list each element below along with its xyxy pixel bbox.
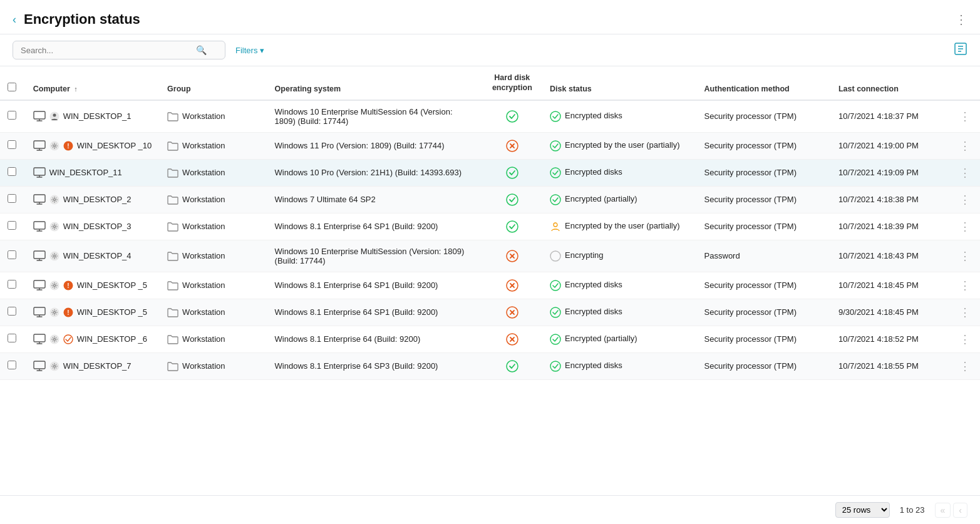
folder-icon (167, 195, 178, 205)
row-checkbox-cell (0, 272, 26, 299)
svg-point-64 (49, 307, 59, 317)
computer-name: WIN_DESKTOP _10 (77, 141, 152, 150)
row-checkbox[interactable] (8, 361, 16, 369)
row-menu-button[interactable]: ⋮ (959, 279, 971, 292)
group-name: Workstation (182, 251, 225, 260)
computer-name: WIN_DESKTOP _5 (77, 280, 147, 290)
row-menu-button[interactable]: ⋮ (959, 220, 971, 233)
row-checkbox-cell (0, 240, 26, 272)
row-checkbox[interactable] (8, 307, 16, 316)
computer-name: WIN_DESKTOP _6 (77, 334, 147, 344)
os-cell: Windows 8.1 Enterprise 64 SP1 (Build: 92… (267, 272, 482, 299)
svg-rect-61 (34, 307, 45, 315)
row-checkbox[interactable] (8, 111, 16, 120)
row-menu-button[interactable]: ⋮ (959, 110, 971, 123)
prev-page-button[interactable]: ‹ (953, 503, 967, 518)
col-header-os[interactable]: Operating system (267, 66, 482, 100)
svg-rect-50 (34, 280, 45, 288)
row-actions-cell: ⋮ (952, 352, 980, 379)
search-input[interactable] (21, 46, 196, 55)
group-name: Workstation (182, 168, 225, 177)
group-cell: Workstation (160, 299, 267, 326)
svg-point-75 (49, 334, 59, 344)
table-row: ! WIN_DESKTOP _5 Workstation Windows 8.1… (0, 272, 980, 299)
os-text: Windows 10 Pro (Version: 21H1) (Build: 1… (275, 168, 462, 177)
row-checkbox[interactable] (8, 221, 16, 230)
col-header-last-conn[interactable]: Last connection (831, 66, 952, 100)
disk-status-text: Encrypted disks (565, 167, 622, 177)
auth-text: Password (704, 251, 740, 260)
group-cell: Workstation (160, 272, 267, 299)
last-conn-cell: 10/7/2021 4:19:09 PM (831, 159, 952, 186)
os-cell: Windows 8.1 Enterprise 64 (Build: 9200) (267, 326, 482, 352)
row-actions-cell: ⋮ (952, 186, 980, 213)
select-all-checkbox[interactable] (8, 83, 16, 91)
row-actions-cell: ⋮ (952, 272, 980, 299)
computer-name: WIN_DESKTOP_4 (63, 251, 132, 260)
filters-button[interactable]: Filters ▾ (235, 46, 264, 55)
row-checkbox[interactable] (8, 280, 16, 289)
row-menu-button[interactable]: ⋮ (959, 250, 971, 262)
auth-text: Security processor (TPM) (704, 111, 797, 121)
group-cell: Workstation (160, 100, 267, 133)
svg-point-32 (507, 194, 518, 205)
row-checkbox[interactable] (8, 140, 16, 149)
col-header-group[interactable]: Group (160, 66, 267, 100)
table-row: WIN_DESKTOP_4 Workstation Windows 10 Ent… (0, 240, 980, 272)
col-header-hde[interactable]: Hard diskencryption (482, 66, 542, 100)
export-button[interactable] (954, 42, 967, 59)
os-cell: Windows 8.1 Enterprise 64 SP1 (Build: 92… (267, 213, 482, 240)
svg-point-10 (550, 111, 560, 121)
rows-select-dropdown[interactable]: 25 rows 10 rows 50 rows 100 rows (835, 502, 890, 518)
hde-cell (482, 213, 542, 240)
row-menu-button[interactable]: ⋮ (959, 193, 971, 206)
first-page-button[interactable]: « (935, 503, 951, 518)
row-actions-cell: ⋮ (952, 299, 980, 326)
header: ‹ Encryption status ⋮ (0, 0, 980, 34)
group-name: Workstation (182, 307, 225, 317)
col-header-disk-status[interactable]: Disk status (542, 66, 697, 100)
col-header-auth[interactable]: Authentication method (697, 66, 831, 100)
table-row: WIN_DESKTOP_2 Workstation Windows 7 Ulti… (0, 186, 980, 213)
row-checkbox[interactable] (8, 334, 16, 342)
hde-ok-icon (506, 110, 518, 123)
row-checkbox[interactable] (8, 167, 16, 176)
last-conn-text: 10/7/2021 4:18:37 PM (838, 111, 919, 121)
auth-cell: Security processor (TPM) (697, 159, 831, 186)
group-name: Workstation (182, 222, 225, 231)
hde-err-icon (506, 333, 518, 346)
svg-point-21 (550, 141, 560, 151)
back-button[interactable]: ‹ (13, 13, 16, 26)
hde-cell (482, 240, 542, 272)
header-menu-button[interactable]: ⋮ (955, 12, 967, 27)
row-checkbox-cell (0, 213, 26, 240)
row-menu-button[interactable]: ⋮ (959, 333, 971, 346)
encryption-table: Computer ↑ Group Operating system Hard d… (0, 66, 980, 380)
last-conn-text: 10/7/2021 4:18:43 PM (838, 251, 919, 260)
row-menu-button[interactable]: ⋮ (959, 306, 971, 319)
row-checkbox-cell (0, 352, 26, 379)
disk-ok-icon (550, 280, 561, 291)
group-cell: Workstation (160, 326, 267, 352)
row-checkbox[interactable] (8, 194, 16, 203)
hde-cell (482, 132, 542, 159)
col-header-computer[interactable]: Computer ↑ (26, 66, 160, 100)
row-menu-button[interactable]: ⋮ (959, 360, 971, 372)
row-menu-button[interactable]: ⋮ (959, 167, 971, 179)
row-menu-button[interactable]: ⋮ (959, 140, 971, 152)
auth-text: Security processor (TPM) (704, 195, 797, 204)
disk-status-text: Encrypted (partially) (565, 334, 637, 343)
row-checkbox[interactable] (8, 250, 16, 259)
disk-status-cell: Encrypted by the user (partially) (542, 213, 697, 240)
last-conn-cell: 10/7/2021 4:18:45 PM (831, 272, 952, 299)
os-cell: Windows 10 Enterprise MultiSession 64 (V… (267, 100, 482, 133)
os-text: Windows 7 Ultimate 64 SP2 (275, 195, 376, 204)
auth-cell: Security processor (TPM) (697, 100, 831, 133)
disk-status-text: Encrypted disks (565, 280, 622, 289)
last-conn-cell: 10/7/2021 4:18:52 PM (831, 326, 952, 352)
user-icon (550, 221, 561, 232)
os-cell: Windows 8.1 Enterprise 64 SP3 (Build: 92… (267, 352, 482, 379)
last-conn-cell: 10/7/2021 4:19:00 PM (831, 132, 952, 159)
table-row: WIN_DESKTOP_3 Workstation Windows 8.1 En… (0, 213, 980, 240)
svg-rect-11 (34, 141, 45, 148)
